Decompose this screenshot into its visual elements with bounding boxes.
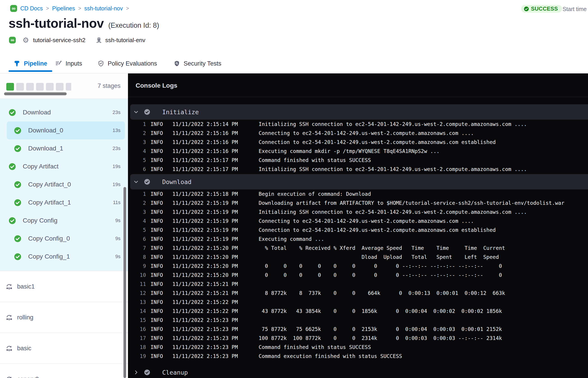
stage-row-copy config[interactable]: Copy Config9s (0, 212, 128, 230)
stage-list: Download23sDownload_013sDownload_123sCop… (0, 99, 128, 271)
stage-square-pending (26, 83, 34, 91)
log-level: INFO (150, 263, 172, 269)
log-line-number: 3 (128, 209, 146, 215)
log-timestamp: 11/11/2022 2:15:21 PM (172, 281, 259, 287)
log-text: Downloading artifact from ARTIFACTORY to… (259, 200, 564, 206)
log-message: 100 8772k 100 8772k 0 0 2314k 0 0:00:03 … (259, 335, 588, 341)
log-message: Begin execution of command: Download (259, 191, 588, 197)
tab-pipeline[interactable]: Pipeline (9, 57, 52, 70)
log-line-number: 4 (128, 218, 146, 224)
log-host-link: ec2-54-201-142-249.us-west-2.compute.ama… (302, 218, 458, 224)
log-text: Connecting to (259, 218, 302, 224)
execution-sidebar: 7 stages Download23sDownload_013sDownloa… (0, 73, 128, 378)
check-circle-icon (524, 6, 529, 12)
log-text: .... (511, 209, 527, 215)
success-check-icon (14, 181, 21, 188)
pipeline-icon (13, 60, 20, 67)
sidebar-vertical-scrollbar[interactable] (123, 187, 126, 378)
success-check-icon (14, 253, 21, 260)
log-line-number: 15 (128, 317, 146, 323)
chevron-right-icon[interactable] (133, 370, 139, 375)
stage-label: Copy Artifact_0 (28, 181, 71, 188)
log-text: Connection to (259, 227, 302, 233)
log-text: .... (511, 121, 527, 127)
log-message: Command finished with status SUCCESS (259, 344, 588, 350)
log-line-number: 1 (128, 191, 146, 197)
stage-label: Copy Config (23, 217, 57, 224)
stage-row-copy config_0[interactable]: Copy Config_09s (0, 230, 128, 248)
log-timestamp: 11/11/2022 2:15:20 PM (172, 245, 259, 251)
log-text: 0 0 0 0 0 0 0 0 --:--:-- --:--:-- --:--:… (259, 263, 502, 269)
log-line: 19INFO11/11/2022 2:15:23 PMCommand execu… (128, 352, 588, 361)
tab-security-tests[interactable]: Security Tests (174, 57, 221, 70)
harness-logo-icon: ∞ (10, 5, 17, 12)
log-line-number: 4 (128, 148, 146, 154)
log-host-link: ec2-54-201-142-249.us-west-2.compute.ama… (355, 209, 511, 215)
log-level: INFO (150, 353, 172, 359)
log-timestamp: 11/11/2022 2:15:23 PM (172, 335, 259, 341)
log-section-header-download[interactable]: Download (130, 174, 588, 189)
stage-label: Copy Config_0 (28, 235, 70, 242)
stage-graph-horizontal-scrollbar[interactable] (4, 92, 67, 95)
log-message: % Total % Received % Xferd Average Speed… (259, 245, 588, 251)
stage-row-copy config_1[interactable]: Copy Config_19s (0, 248, 128, 266)
log-section-header-cleanup[interactable]: Cleanup (130, 365, 588, 378)
log-level: INFO (150, 139, 172, 145)
log-timestamp: 11/11/2022 2:15:19 PM (172, 236, 259, 242)
log-message: Downloading artifact from ARTIFACTORY to… (259, 200, 588, 206)
log-timestamp: 11/11/2022 2:15:23 PM (172, 326, 259, 332)
stage-row-download[interactable]: Download23s (0, 103, 128, 122)
log-level: INFO (150, 227, 172, 233)
log-message: Initializing SSH connection to ec2-54-20… (259, 166, 588, 172)
pipeline-item-rolling[interactable]: rolling (0, 302, 128, 333)
log-message: Command execution finished with status S… (259, 353, 588, 359)
tab-bar: PipelineInputsPolicy EvaluationsSecurity… (0, 57, 588, 73)
breadcrumb-link[interactable]: ssh-tutorial-nov (84, 5, 123, 12)
tab-inputs[interactable]: Inputs (55, 57, 82, 70)
tab-label: Policy Evaluations (108, 60, 157, 67)
console-logs-panel: Console Logs Initialize1INFO11/11/2022 2… (128, 73, 588, 378)
breadcrumb-separator-icon: > (46, 5, 49, 12)
log-level: INFO (150, 308, 172, 314)
service-environment-row: ∞ ⚙ tutorial-service-ssh2 ssh-tutorial-e… (9, 36, 145, 45)
stage-row-copy artifact[interactable]: Copy Artifact19s (0, 158, 128, 176)
log-text: Initializing SSH connection to (259, 166, 355, 172)
tab-policy-evaluations[interactable]: Policy Evaluations (98, 57, 157, 70)
service-name[interactable]: tutorial-service-ssh2 (33, 37, 86, 44)
log-section-header-initialize[interactable]: Initialize (130, 104, 588, 120)
redeploy-icon (6, 314, 13, 321)
log-message: 43 8772k 43 3854k 0 0 1856k 0 0:00:04 0:… (259, 308, 588, 314)
log-text: Command finished with status SUCCESS (259, 157, 371, 163)
status-badge-label: SUCCESS (531, 6, 558, 12)
pipeline-item-basic[interactable]: basic (0, 333, 128, 364)
environment-name[interactable]: ssh-tutorial-env (105, 37, 145, 44)
log-timestamp: 11/11/2022 2:15:20 PM (172, 263, 259, 269)
log-text: Executing command mkdir -p /tmp/WYQNESE_… (259, 148, 440, 154)
log-message: Connecting to ec2-54-201-142-249.us-west… (259, 218, 588, 224)
log-line: 6INFO11/11/2022 2:15:17 PMInitializing S… (128, 165, 588, 174)
pipeline-item-canary2[interactable]: canary2 (0, 364, 128, 378)
status-badge: SUCCESS (521, 5, 562, 13)
log-line-number: 16 (128, 326, 146, 332)
page-header: ∞ CD Docs>Pipelines>ssh-tutorial-nov> SU… (0, 0, 588, 73)
log-text: Dload Upload Total Spent Left Speed (259, 254, 499, 260)
success-check-icon (9, 109, 16, 116)
stage-row-copy artifact_1[interactable]: Copy Artifact_111s (0, 193, 128, 212)
log-timestamp: 11/11/2022 2:15:20 PM (172, 272, 259, 278)
console-sections: Initialize1INFO11/11/2022 2:15:14 PMInit… (128, 97, 588, 378)
log-line-number: 9 (128, 263, 146, 269)
pipeline-item-label: rolling (17, 314, 33, 321)
pipeline-item-basic1[interactable]: basic1 (0, 271, 128, 302)
stage-row-copy artifact_0[interactable]: Copy Artifact_019s (0, 176, 128, 193)
stage-duration: 9s (115, 254, 120, 259)
pipeline-item-label: basic1 (17, 283, 35, 290)
stage-row-download_0[interactable]: Download_013s (0, 122, 128, 139)
log-text: 100 8772k 100 8772k 0 0 2314k 0 0:00:03 … (259, 335, 502, 341)
execution-id-label: (Execution Id: 8) (108, 21, 159, 29)
chevron-down-icon[interactable] (133, 109, 139, 115)
breadcrumb-link[interactable]: Pipelines (52, 5, 75, 12)
chevron-down-icon[interactable] (133, 179, 139, 185)
breadcrumb-link[interactable]: CD Docs (20, 5, 43, 12)
stage-row-download_1[interactable]: Download_123s (0, 139, 128, 158)
log-line-number: 14 (128, 308, 146, 314)
